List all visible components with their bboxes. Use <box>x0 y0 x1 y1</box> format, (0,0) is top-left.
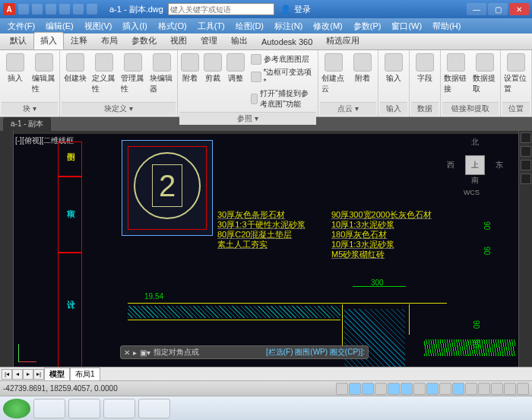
cmd-chevron-icon[interactable]: ▸ <box>133 348 137 357</box>
ucs-icon[interactable] <box>18 339 41 362</box>
frames-vary-button[interactable]: *边框可变选项* <box>249 66 315 87</box>
create-block-button[interactable]: 创建块 <box>62 52 89 85</box>
taskbar-app-icon[interactable] <box>68 399 100 418</box>
menu-window[interactable]: 窗口(W) <box>387 19 426 33</box>
minimize-button[interactable]: — <box>467 3 486 15</box>
maximize-button[interactable]: ▢ <box>488 3 508 15</box>
qat-undo-icon[interactable] <box>59 4 70 14</box>
scroll-last-icon[interactable]: ▸| <box>33 369 44 380</box>
toggle-qp[interactable] <box>491 383 503 395</box>
menu-insert[interactable]: 插入(I) <box>118 19 151 33</box>
help-search-input[interactable] <box>168 3 274 15</box>
command-line[interactable]: ✕ ▸ ▣▾ 指定对角点或 [栏选(F) 圈围(WP) 圈交(CP)]: <box>120 345 369 359</box>
nav-compass-icon[interactable] <box>521 132 531 143</box>
attach-pointcloud-button[interactable]: 附着 <box>349 52 376 85</box>
layout-tab-model[interactable]: 模型 <box>44 368 70 381</box>
panel-location-label[interactable]: 位置 <box>502 102 530 115</box>
qat-new-icon[interactable] <box>18 4 29 14</box>
nav-orbit-icon[interactable] <box>521 173 531 184</box>
toggle-ortho[interactable] <box>375 383 387 395</box>
toggle-dyn[interactable] <box>452 383 464 395</box>
viewcube-north[interactable]: 北 <box>471 137 479 148</box>
start-button[interactable] <box>3 399 30 418</box>
menu-parametric[interactable]: 参数(P) <box>349 19 386 33</box>
clip-button[interactable]: 剪裁 <box>202 52 223 85</box>
menu-edit[interactable]: 编辑(E) <box>41 19 78 33</box>
menu-file[interactable]: 文件(F) <box>3 19 40 33</box>
qat-open-icon[interactable] <box>32 4 43 14</box>
underlay-layers-button[interactable]: 参考底图图层 <box>249 53 315 65</box>
tab-insert[interactable]: 插入 <box>33 32 64 49</box>
toggle-grid[interactable] <box>362 383 374 395</box>
tab-manage[interactable]: 管理 <box>194 32 224 49</box>
panel-pointcloud-label[interactable]: 点云 ▾ <box>320 102 376 115</box>
tab-annotate[interactable]: 注释 <box>64 32 94 49</box>
coordinates-readout[interactable]: -42739.8691, 18259.4057, 0.0000 <box>3 384 118 393</box>
menu-dimension[interactable]: 标注(N) <box>270 19 307 33</box>
panel-blockdef-label[interactable]: 块定义 ▾ <box>62 102 176 115</box>
cmd-options[interactable]: [栏选(F) 圈围(WP) 圈交(CP)]: <box>266 347 365 358</box>
tab-default[interactable]: 默认 <box>3 32 33 49</box>
scroll-prev-icon[interactable]: ◂ <box>12 369 23 380</box>
tab-layout[interactable]: 布局 <box>94 32 125 49</box>
cmd-close-icon[interactable]: ✕ <box>124 348 130 357</box>
viewcube-face[interactable]: 上 <box>465 155 485 175</box>
document-tab[interactable]: a-1 - 副本 <box>3 117 51 131</box>
taskbar-app-icon[interactable] <box>138 399 170 418</box>
panel-import-label[interactable]: 输入 <box>380 102 407 115</box>
panel-linking-label[interactable]: 链接和提取 <box>442 102 499 115</box>
panel-block-label[interactable]: 块 ▾ <box>2 102 58 115</box>
viewcube-wcs[interactable]: WCS <box>464 189 480 196</box>
menu-tools[interactable]: 工具(T) <box>193 19 230 33</box>
toggle-osnap[interactable] <box>401 383 413 395</box>
taskbar-app-icon[interactable] <box>33 399 65 418</box>
panel-reference-label[interactable]: 参照 ▾ <box>179 112 316 125</box>
app-logo-icon[interactable]: A <box>3 3 15 15</box>
panel-data-label[interactable]: 数据 <box>411 102 439 115</box>
menu-draw[interactable]: 绘图(D) <box>231 19 268 33</box>
scroll-first-icon[interactable]: |◂ <box>2 369 12 380</box>
scroll-next-icon[interactable]: ▸ <box>23 369 33 380</box>
menu-view[interactable]: 视图(V) <box>80 19 117 33</box>
tab-a360[interactable]: Autodesk 360 <box>255 34 319 49</box>
menu-format[interactable]: 格式(O) <box>154 19 192 33</box>
tab-parametric[interactable]: 参数化 <box>125 32 163 49</box>
layout-tab-layout1[interactable]: 布局1 <box>70 368 100 381</box>
dataextract-button[interactable]: 数据提取 <box>471 52 499 96</box>
viewcube[interactable]: 北 南 东 西 上 WCS <box>448 138 502 192</box>
close-button[interactable]: ✕ <box>509 3 529 15</box>
toggle-model[interactable] <box>517 383 529 395</box>
qat-print-icon[interactable] <box>87 4 97 14</box>
toggle-infer[interactable] <box>336 383 348 395</box>
toggle-otrack[interactable] <box>426 383 439 395</box>
toggle-polar[interactable] <box>388 383 400 395</box>
toggle-3dosnap[interactable] <box>413 383 426 395</box>
snap-underlay-button[interactable]: 打开"捕捉到参考底图"功能 <box>249 88 315 110</box>
adjust-button[interactable]: 调整 <box>225 52 246 85</box>
taskbar-app-icon[interactable] <box>103 399 135 418</box>
insert-block-button[interactable]: 插入 <box>2 52 29 85</box>
viewcube-east[interactable]: 东 <box>496 160 503 170</box>
toggle-tpy[interactable] <box>478 383 490 395</box>
toggle-sc[interactable] <box>504 383 516 395</box>
attach-button[interactable]: 附着 <box>179 52 201 85</box>
import-button[interactable]: 输入 <box>380 52 407 85</box>
menu-help[interactable]: 帮助(H) <box>428 19 465 33</box>
nav-zoom-icon[interactable] <box>521 160 531 170</box>
edit-attrib-button[interactable]: 编辑属性 <box>30 52 58 96</box>
tab-view[interactable]: 视图 <box>163 32 194 49</box>
set-location-button[interactable]: 设置位置 <box>502 52 530 96</box>
viewcube-south[interactable]: 南 <box>471 175 479 186</box>
menu-modify[interactable]: 修改(M) <box>309 19 347 33</box>
drawing-canvas[interactable]: [-][俯视][二维线框 侧图 审核 设计 2 30厚灰色条形石材 30厚1:3… <box>0 131 532 367</box>
cmd-input[interactable] <box>202 348 263 357</box>
toggle-ducs[interactable] <box>439 383 451 395</box>
nav-pan-icon[interactable] <box>521 146 531 157</box>
toggle-lwt[interactable] <box>465 383 477 395</box>
datalink-button[interactable]: 数据链接 <box>442 52 470 96</box>
manage-attrib-button[interactable]: 管理属性 <box>119 52 147 96</box>
qat-save-icon[interactable] <box>46 4 56 14</box>
drawing-area[interactable]: [-][俯视][二维线框 侧图 审核 设计 2 30厚灰色条形石材 30厚1:3… <box>14 134 518 367</box>
viewcube-west[interactable]: 西 <box>447 160 454 170</box>
tab-featured[interactable]: 精选应用 <box>319 32 366 49</box>
